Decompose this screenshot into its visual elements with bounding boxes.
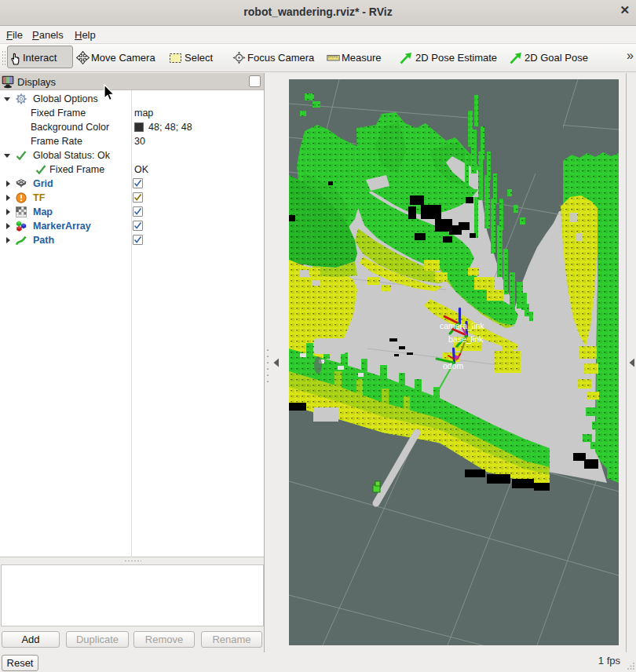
svg-text:base_link: base_link [448,334,484,344]
svg-text:odom: odom [443,361,464,371]
svg-text:camera_link: camera_link [440,321,484,331]
